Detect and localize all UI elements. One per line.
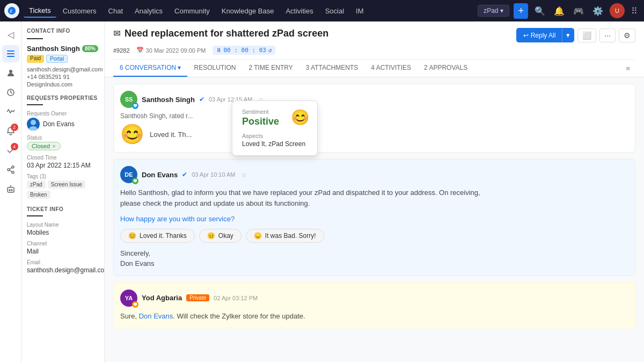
notification-icon-button[interactable]: 🔔 [552,4,567,18]
csat-bad-button[interactable]: 😞 It was Bad. Sorry! [246,229,324,243]
tag-screen-issue: Screen Issue [48,180,85,189]
svg-rect-4 [7,56,14,57]
contact-score: 80% [82,45,98,52]
nav-community[interactable]: Community [169,5,215,17]
search-icon-button[interactable]: 🔍 [532,4,547,18]
tabs-more-button[interactable]: ≡ [620,61,635,76]
icon-sidebar: ◁ 2 4 [0,21,21,362]
ticket-action-button-2[interactable]: ··· [599,28,616,42]
nav-chat[interactable]: Chat [103,5,128,17]
ticket-actions: ↩ Reply All ▾ ⬜ ··· ⚙ [516,28,635,42]
notification-badge: 2 [11,124,18,131]
tab-approvals[interactable]: 2 APPROVALS [418,60,474,77]
mail-icon: ✉ [113,28,120,39]
channel-label: Channel [27,241,99,247]
settings-icon-button[interactable]: ⚙️ [590,4,605,18]
svg-point-16 [31,120,36,125]
csat-loved-emoji: 😊 [128,232,136,240]
svg-rect-3 [7,53,14,54]
csat-loved-button[interactable]: 😊 Loved it. Thanks [120,229,195,243]
status-label: Status [27,135,99,141]
sentiment-popup-emoji: 😊 [291,108,310,126]
tab-resolution[interactable]: RESOLUTION [187,60,242,77]
ticket-id: #9282 [113,47,130,54]
nav-knowledge-base[interactable]: Knowledge Base [216,5,280,17]
contact-email: santhosh.design@gmail.com [27,66,99,73]
loved-text: Loved it. Th... [150,131,192,139]
notifications-icon[interactable]: 2 [2,122,19,140]
history-icon[interactable] [2,84,19,101]
tab-conversation[interactable]: 6 CONVERSATION ▾ [113,60,187,77]
message-1-body: Santhosh Singh, rated r... 😊 Loved it. T… [120,112,628,146]
tag-zpad: zPad [27,180,46,189]
svg-rect-12 [8,187,14,192]
user-avatar[interactable]: U [610,3,625,18]
email-label: Email [27,259,99,265]
message-3: YA Yod Agbaria Private 02 Apr 03:12 PM S… [113,283,635,329]
app-logo[interactable]: Z [4,3,19,18]
ticket-title-row: ✉ Need replacement for shattered zPad sc… [113,28,635,42]
message-3-time: 02 Apr 03:12 PM [214,295,258,301]
message-2-header: DE Don Evans ✔ 03 Apr 10:10 AM ○ [120,166,628,183]
pause-icon: ⏸ [216,47,222,54]
loved-emoji: 😊 [120,123,144,146]
nav-tickets[interactable]: Tickets [24,4,56,18]
svg-line-10 [10,168,12,169]
layout-value: Mobiles [27,229,99,236]
apps-icon-button[interactable]: ⠿ [629,4,640,18]
ticket-list-icon[interactable] [2,45,19,62]
status-close-icon[interactable]: × [52,143,55,149]
csat-buttons: 😊 Loved it. Thanks 😐 Okay 😞 It was Bad. … [120,229,628,243]
bot-icon[interactable] [2,180,19,198]
contact-info-title: CONTACT INFO [27,28,99,34]
message-2-body: Hello Santhosh, glad to inform you that … [120,187,628,269]
tab-activities[interactable]: 4 ACTIVITIES [364,60,418,77]
csat-okay-button[interactable]: 😐 Okay [199,229,241,243]
nav-social[interactable]: Social [320,5,349,17]
aspect-label: Aspects [242,133,308,139]
activity-icon[interactable] [2,103,19,120]
owner-row: Don Evans [27,118,99,131]
nav-customers[interactable]: Customers [57,5,102,17]
reply-dropdown-button[interactable]: ▾ [562,28,574,42]
closed-time-label: Closed Time [27,155,99,161]
ticket-settings-button[interactable]: ⚙ [619,28,635,42]
message-2-avatar-badge [132,178,138,184]
message-2-options: ○ [242,171,246,179]
svg-point-13 [9,190,10,191]
collapse-sidebar-button[interactable]: ◁ [2,26,19,43]
layout-label: Layout Name [27,222,99,228]
contact-name: Santhosh Singh 80% [27,45,99,53]
ticket-header: ✉ Need replacement for shattered zPad sc… [105,21,644,77]
owner-name: Don Evans [43,120,75,128]
share-icon[interactable] [2,161,19,178]
message-1-sender: Santhosh Singh [142,96,195,104]
tabs-row: 6 CONVERSATION ▾ RESOLUTION 2 TIME ENTRY… [113,59,635,77]
message-3-sender: Yod Agbaria [142,294,182,302]
approvals-icon[interactable]: 4 [2,142,19,159]
svg-point-9 [12,171,14,173]
ticket-info-title: TICKET INFO [27,206,99,212]
approvals-badge: 4 [11,143,18,150]
message-3-avatar: YA [120,289,137,307]
message-3-link[interactable]: Don Evans [139,312,173,320]
games-icon-button[interactable]: 🎮 [571,4,586,18]
nav-im[interactable]: IM [350,5,369,17]
add-button[interactable]: + [514,3,528,19]
contact-tags: Paid Portal [27,55,99,63]
svg-point-7 [12,166,14,168]
contact-website: DesignIndus.com [27,81,99,88]
tab-time-entry[interactable]: 2 TIME ENTRY [243,60,299,77]
contact-icon[interactable] [2,64,19,82]
conversation-area: SS Santhosh Singh ✔ 03 Apr 12:15 AM ○ Sa… [105,77,644,362]
ticket-action-button-1[interactable]: ⬜ [577,28,596,42]
nav-analytics[interactable]: Analytics [129,5,168,17]
message-2-verified: ✔ [182,171,187,178]
top-navigation: Z Tickets Customers Chat Analytics Commu… [0,0,644,21]
nav-activities[interactable]: Activities [280,5,318,17]
contact-panel: CONTACT INFO Santhosh Singh 80% Paid Por… [21,21,105,362]
zpad-button[interactable]: zPad ▾ [478,5,509,17]
requests-properties-title: REQUESTS PROPERTIES [27,95,99,101]
tab-attachments[interactable]: 3 ATTACHMENTS [299,60,365,77]
reply-all-button[interactable]: ↩ Reply All [517,28,562,42]
